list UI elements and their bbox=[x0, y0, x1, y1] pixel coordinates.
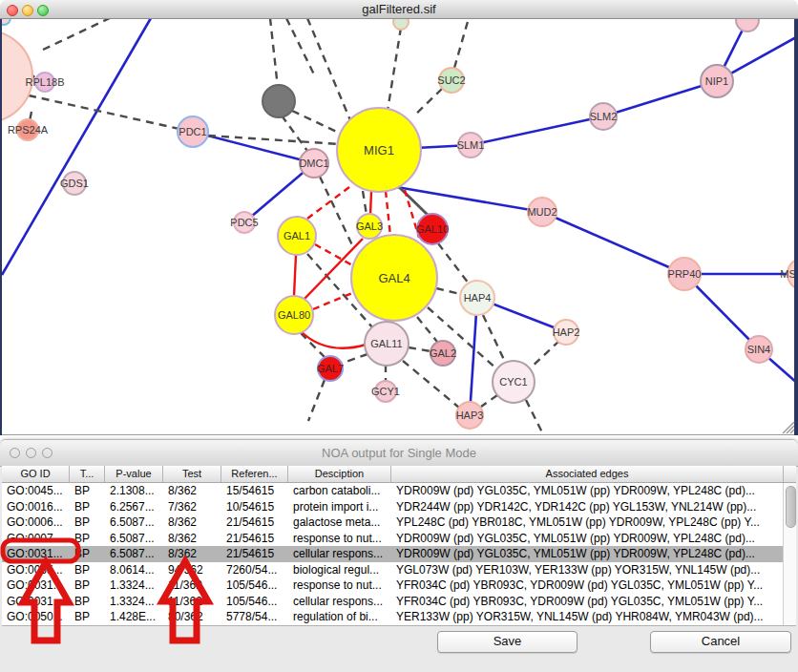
table-row[interactable]: GO:0016...BP6.2567...7/36210/54615protei… bbox=[2, 499, 796, 515]
edge-dash bbox=[388, 28, 401, 111]
table-row[interactable]: GO:0045...BP2.1308...8/36215/54615carbon… bbox=[2, 483, 796, 499]
cell-edges: YDR009W (pd) YGL035C, YML051W (pp) YDR00… bbox=[391, 531, 796, 547]
node-gal3[interactable] bbox=[357, 214, 382, 239]
edge-dash bbox=[409, 347, 430, 351]
cell-desc: carbon cataboli... bbox=[288, 483, 391, 499]
cell-type: BP bbox=[70, 609, 105, 625]
resize-grip-icon[interactable] bbox=[779, 419, 796, 434]
cell-desc: response to nut... bbox=[288, 531, 391, 547]
node-hap4[interactable] bbox=[460, 281, 494, 315]
table-row[interactable]: GO:0031...BP1.3324...11/362105/546...cel… bbox=[2, 594, 796, 610]
node-mig1[interactable] bbox=[337, 108, 421, 192]
edge-reddash bbox=[386, 191, 390, 236]
cell-type: BP bbox=[70, 562, 105, 578]
table-row[interactable]: GO:0031...BP1.3324...11/362105/546...res… bbox=[2, 578, 796, 594]
edge-dash bbox=[413, 89, 442, 116]
node-slm2[interactable] bbox=[590, 103, 617, 130]
node-gal10[interactable] bbox=[417, 214, 448, 244]
column-header-test[interactable]: Test bbox=[163, 466, 221, 482]
node-mud2[interactable] bbox=[528, 198, 556, 226]
edge-dash bbox=[308, 380, 325, 421]
save-button[interactable]: Save bbox=[437, 631, 578, 653]
column-header-p-value[interactable]: P-value bbox=[105, 466, 163, 482]
table-row[interactable]: GO:0031...BP6.5087...8/36221/54615cellul… bbox=[2, 546, 796, 562]
table-row[interactable]: GO:0007...BP6.5087...8/36221/54615respon… bbox=[2, 531, 796, 547]
vertical-scrollbar[interactable] bbox=[783, 483, 796, 625]
column-header-desciption[interactable]: Desciption bbox=[288, 466, 391, 482]
node-hap3[interactable] bbox=[456, 402, 483, 429]
node-gal7[interactable] bbox=[318, 356, 343, 381]
cell-edges: YGL073W (pd) YER103W, YER133W (pp) YOR31… bbox=[391, 562, 796, 578]
canvas-right-border bbox=[794, 18, 798, 435]
node-gal1[interactable] bbox=[278, 217, 316, 255]
network-window-titlebar[interactable]: galFiltered.sif bbox=[0, 0, 798, 19]
network-window: RPL18BRPS24AGDS1PDC1PDC5DMC1MIG1SUC2SLM1… bbox=[0, 0, 798, 435]
edge-red bbox=[370, 192, 371, 215]
node-unlabeled[interactable] bbox=[0, 31, 32, 122]
node-nip1[interactable] bbox=[701, 65, 733, 97]
cell-desc: cellular respons... bbox=[288, 546, 391, 562]
edge-dash bbox=[454, 18, 469, 68]
cell-p: 6.2567... bbox=[105, 499, 163, 515]
table-body: GO:0045...BP2.1308...8/36215/54615carbon… bbox=[2, 483, 796, 626]
cell-go: GO:0065... bbox=[2, 562, 70, 578]
cell-p: 1.3324... bbox=[105, 578, 163, 594]
column-header-referen[interactable]: Referen... bbox=[221, 466, 288, 482]
cell-p: 6.5087... bbox=[105, 531, 163, 547]
cell-go: GO:0007... bbox=[2, 531, 70, 547]
table-header-row: GO IDT...P-valueTestReferen...Desciption… bbox=[2, 466, 796, 483]
cell-p: 2.1308... bbox=[105, 483, 163, 499]
cell-ref: 5778/54... bbox=[221, 609, 288, 625]
column-header-t[interactable]: T... bbox=[70, 466, 105, 482]
node-pdc1[interactable] bbox=[178, 116, 208, 147]
edge-dash bbox=[417, 317, 437, 342]
node-pdc5[interactable] bbox=[234, 212, 255, 233]
node-hap2[interactable] bbox=[554, 320, 578, 345]
cell-edges: YER133W (pp) YOR315W, YNL145W (pd) YHR08… bbox=[391, 609, 796, 625]
node-rps24a[interactable] bbox=[17, 119, 38, 140]
node-dmc1[interactable] bbox=[300, 149, 328, 178]
table-row[interactable]: GO:0065...BP8.0614...94/3627260/54...bio… bbox=[2, 562, 796, 578]
cancel-button[interactable]: Cancel bbox=[650, 631, 791, 653]
cell-desc: galactose meta... bbox=[288, 514, 391, 531]
edge-dash bbox=[483, 315, 505, 362]
scrollbar-thumb[interactable] bbox=[786, 486, 796, 528]
node-gcy1[interactable] bbox=[375, 381, 396, 402]
cell-desc: regulation of bi... bbox=[288, 609, 391, 625]
cell-test: 8/362 bbox=[163, 483, 221, 499]
noa-window-titlebar[interactable]: NOA output for Single Mode bbox=[0, 440, 798, 467]
cell-type: BP bbox=[70, 578, 105, 594]
column-header-associated-edges[interactable]: Associated edges bbox=[391, 466, 784, 482]
edge-dash bbox=[282, 116, 307, 151]
table-row[interactable]: GO:0006...BP6.5087...8/36221/54615galact… bbox=[2, 514, 796, 531]
node-sin4[interactable] bbox=[746, 336, 772, 363]
node-prp40[interactable] bbox=[668, 258, 701, 290]
node-rpl18b[interactable] bbox=[35, 73, 54, 92]
node-gal11[interactable] bbox=[365, 322, 409, 366]
cell-test: 80/362 bbox=[163, 609, 221, 625]
node-slm1[interactable] bbox=[458, 133, 483, 158]
cell-ref: 10/54615 bbox=[221, 499, 288, 515]
node-suc2[interactable] bbox=[439, 68, 464, 93]
cell-edges: YPL248C (pd) YBR018C, YML051W (pp) YDR00… bbox=[391, 514, 796, 531]
cell-type: BP bbox=[70, 483, 105, 499]
cell-edges: YFR034C (pd) YBR093C, YDR009W (pd) YGL03… bbox=[391, 578, 796, 594]
cell-test: 8/362 bbox=[163, 514, 221, 531]
network-canvas[interactable]: RPL18BRPS24AGDS1PDC1PDC5DMC1MIG1SUC2SLM1… bbox=[0, 0, 798, 435]
node-gal2[interactable] bbox=[430, 341, 455, 366]
node-gal80[interactable] bbox=[275, 296, 313, 334]
cell-edges: YFR034C (pd) YBR093C, YDR009W (pd) YGL03… bbox=[391, 594, 796, 610]
edge-dash bbox=[307, 18, 350, 120]
edge-red bbox=[294, 255, 296, 296]
cell-ref: 21/54615 bbox=[221, 514, 288, 531]
node-cyc1[interactable] bbox=[493, 361, 535, 403]
node-unlabeled[interactable] bbox=[262, 85, 295, 117]
node-gds1[interactable] bbox=[63, 172, 86, 195]
node-gal4[interactable] bbox=[351, 235, 437, 321]
noa-window-title: NOA output for Single Mode bbox=[0, 446, 798, 460]
column-header-go-id[interactable]: GO ID bbox=[2, 466, 70, 482]
window-title: galFiltered.sif bbox=[0, 2, 798, 16]
cell-desc: biological regul... bbox=[288, 562, 391, 578]
cell-edges: YDR244W (pp) YDR142C, YDR142C (pp) YGL15… bbox=[391, 499, 796, 515]
table-row[interactable]: GO:0050...BP1.428E...80/3625778/54...reg… bbox=[2, 609, 796, 625]
